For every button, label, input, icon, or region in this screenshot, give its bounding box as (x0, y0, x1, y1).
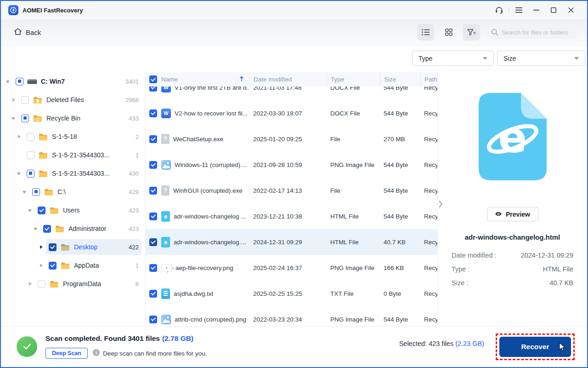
table-row[interactable]: Windows-11 (corrupted).... 2021-09-28 10… (146, 152, 437, 178)
close-button[interactable] (562, 3, 580, 17)
cell-name: adr-windows-changelog ... (174, 213, 246, 220)
cell-type: PNG Image File (327, 264, 380, 271)
tree-item-label: Desktop (74, 243, 97, 251)
search-input[interactable] (486, 25, 578, 39)
table-row[interactable]: adr-windows-changelog.... 2024-12-31 09:… (146, 229, 437, 255)
table-row[interactable]: V2-how to recover lost fil... 2022-03-30… (146, 100, 437, 126)
cell-date: 2022-03-23 20:34 (249, 316, 327, 323)
grid-view-button[interactable] (440, 24, 457, 40)
maximize-button[interactable] (545, 3, 562, 17)
tree-item[interactable]: Administrator 423 (1, 219, 145, 238)
cell-size: 40.7 KB (380, 239, 420, 246)
tree-checkbox[interactable] (38, 207, 45, 214)
row-checkbox[interactable] (149, 187, 157, 195)
tree-expand-arrow-icon[interactable] (6, 79, 11, 84)
table-row[interactable]: adr-windows-changelog ... 2023-12-21 10:… (146, 203, 437, 229)
tree-item-count: 430 (125, 170, 139, 177)
tree-checkbox[interactable] (38, 280, 45, 288)
cell-date: 2025-02-24 16:37 (249, 264, 327, 271)
preview-button[interactable]: Preview (487, 207, 538, 221)
row-checkbox[interactable] (149, 213, 157, 220)
row-checkbox[interactable] (149, 135, 157, 143)
tree-expand-arrow-icon[interactable] (17, 171, 22, 176)
tree-item[interactable]: S-1-5-21-3544303... 430 (1, 164, 145, 183)
tree-expand-arrow-icon[interactable] (11, 115, 17, 121)
table-row[interactable]: WeChatSetup.exe 2025-01-20 09:25 File 27… (146, 126, 437, 152)
field-value: HTML File (543, 265, 573, 273)
back-button[interactable]: Back (14, 28, 41, 37)
tree-item[interactable]: S-1-5-21-3544303... 1 (1, 146, 145, 164)
tree-item[interactable]: Desktop 422 (1, 238, 145, 256)
size-filter-dropdown[interactable]: Size (497, 51, 585, 66)
tree-item[interactable]: S-1-5-18 2 (1, 127, 145, 146)
deep-scan-button[interactable]: Deep Scan (45, 348, 88, 359)
tree-checkbox[interactable] (27, 133, 34, 141)
tree-item[interactable]: C: Win7 3401 (1, 72, 145, 91)
row-checkbox[interactable] (149, 290, 157, 298)
tree-checkbox[interactable] (49, 243, 57, 251)
row-checkbox[interactable] (149, 238, 157, 246)
folder-icon (38, 133, 48, 140)
table-row[interactable]: WinfrGUI (corrupted).exe 2022-02-17 14:1… (146, 178, 437, 203)
cell-name: asjdha.dwg.txt (174, 290, 213, 297)
tree-checkbox[interactable] (43, 225, 51, 233)
tree-expand-arrow-icon[interactable] (11, 97, 17, 103)
tree-item[interactable]: C:\ 429 (1, 183, 145, 201)
menu-hamburger-icon[interactable] (510, 3, 527, 17)
tree-item-count: 433 (125, 115, 139, 122)
preview-file-name: adr-windows-changelog.html (452, 233, 573, 241)
annotation-highlight-box: Recover (496, 334, 575, 360)
cell-name: WinfrGUI (corrupted).exe (173, 187, 243, 194)
tree-expand-arrow-icon[interactable] (39, 263, 44, 268)
column-header-type[interactable]: Type (327, 72, 380, 86)
cell-date: 2023-12-21 10:38 (249, 213, 327, 220)
column-header-name[interactable]: Name (161, 72, 249, 86)
tree-checkbox[interactable] (21, 115, 29, 122)
tree-item[interactable]: Deleted Files 2968 (1, 91, 145, 109)
filter-button[interactable] (463, 24, 480, 40)
tree-expand-arrow-icon[interactable] (28, 281, 33, 287)
tree-expand-arrow-icon[interactable] (17, 134, 22, 139)
list-view-button[interactable] (417, 24, 434, 40)
tree-item[interactable]: Recycle Bin 433 (1, 109, 145, 127)
tree-checkbox[interactable] (21, 96, 29, 104)
select-all-checkbox[interactable] (149, 75, 157, 83)
tree-expand-arrow-icon[interactable] (17, 152, 22, 158)
column-header-date[interactable]: Date modified (249, 72, 327, 86)
column-header-path[interactable]: Path (420, 72, 437, 86)
tree-item[interactable]: ProgramData 6 (1, 275, 145, 293)
row-checkbox[interactable] (149, 264, 157, 272)
type-filter-dropdown[interactable]: Type (412, 51, 494, 66)
cell-type: File (327, 136, 380, 143)
table-row[interactable]: V1-only the first 2TB are d... 2021-11-0… (146, 86, 437, 100)
tree-checkbox[interactable] (27, 170, 34, 178)
tree-checkbox[interactable] (16, 78, 23, 86)
row-checkbox[interactable] (149, 86, 157, 92)
tree-checkbox[interactable] (32, 188, 40, 196)
row-checkbox[interactable] (149, 161, 157, 169)
tree-expand-arrow-icon[interactable] (33, 226, 39, 231)
support-headset-icon[interactable] (490, 3, 508, 17)
minimize-button[interactable] (527, 3, 545, 17)
eye-icon (495, 211, 502, 218)
tree-item-label: AppData (74, 262, 99, 269)
field-value: 2024-12-31 09:29 (521, 252, 574, 259)
tree-expand-arrow-icon[interactable] (22, 189, 28, 195)
tree-checkbox[interactable] (49, 262, 57, 270)
recover-button[interactable]: Recover (499, 337, 571, 357)
column-header-size[interactable]: Size (380, 72, 420, 86)
table-row[interactable]: aep-file-recovery.png 2025-02-24 16:37 P… (146, 255, 437, 281)
selected-folder-icon (60, 243, 70, 251)
sort-ascending-icon[interactable] (239, 76, 244, 83)
table-row[interactable]: attrib-cmd (corrupted).png 2022-03-23 20… (146, 306, 437, 327)
table-row[interactable]: asjdha.dwg.txt 2025-02-25 15:25 TXT File… (146, 281, 437, 306)
tree-expand-arrow-icon[interactable] (39, 244, 44, 250)
tree-expand-arrow-icon[interactable] (28, 207, 33, 213)
tree-item[interactable]: AppData 1 (1, 256, 145, 275)
tree-checkbox[interactable] (27, 151, 34, 159)
row-checkbox[interactable] (149, 316, 157, 323)
row-checkbox[interactable] (149, 109, 157, 117)
tree-item[interactable]: Users 423 (1, 201, 145, 219)
back-label: Back (26, 29, 41, 36)
collapse-panel-chevron-icon[interactable] (439, 201, 443, 210)
